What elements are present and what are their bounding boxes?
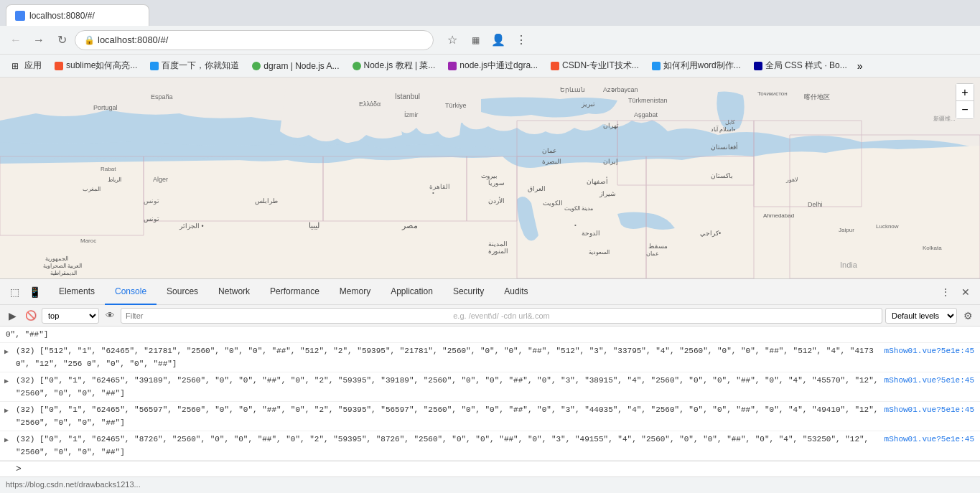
- address-bar[interactable]: 🔒 localhost:8080/#/: [75, 30, 434, 50]
- zoom-out-button[interactable]: −: [956, 101, 974, 118]
- devtools-more-button[interactable]: ⋮: [937, 283, 954, 301]
- svg-text:España: España: [151, 93, 173, 100]
- bookmark-7-favicon: [652, 62, 661, 70]
- tab-sources[interactable]: Sources: [157, 279, 208, 305]
- expand-arrow-icon[interactable]: ▶: [4, 434, 9, 447]
- tab-elements-label: Elements: [59, 286, 95, 296]
- back-button[interactable]: ←: [6, 30, 26, 50]
- bookmark-6[interactable]: CSDN-专业IT技术...: [545, 57, 645, 75]
- tab-memory[interactable]: Memory: [330, 279, 381, 305]
- apps-icon: ⊞: [11, 61, 22, 71]
- svg-text:أفغانستان: أفغانستان: [711, 142, 738, 151]
- zoom-in-button[interactable]: +: [956, 84, 974, 101]
- tab-performance-label: Performance: [270, 286, 319, 296]
- svg-text:الأردن: الأردن: [488, 197, 505, 205]
- svg-text:مصر: مصر: [401, 221, 418, 230]
- tab-security[interactable]: Security: [443, 279, 494, 305]
- bookmark-3-label: dgram | Node.js A...: [263, 61, 339, 71]
- svg-text:تبریز: تبریز: [581, 100, 595, 108]
- svg-text:إيران: إيران: [603, 158, 618, 166]
- log-level-select[interactable]: Default levels: [885, 308, 957, 324]
- tab-sources-label: Sources: [167, 286, 198, 296]
- status-bar: https://blog.csdn.net/drawbacks1213...: [0, 476, 980, 491]
- tab-audits[interactable]: Audits: [494, 279, 538, 305]
- expand-arrow-icon[interactable]: ▶: [4, 405, 9, 418]
- svg-text:•: •: [432, 189, 434, 196]
- bookmarks-bar: ⊞ 应用 sublime如何高亮... 百度一下，你就知道 dgram | No…: [0, 55, 980, 78]
- forward-button[interactable]: →: [29, 30, 49, 50]
- bookmarks-more-button[interactable]: »: [857, 60, 863, 72]
- console-eye-button[interactable]: 👁: [102, 308, 118, 324]
- tab-network[interactable]: Network: [208, 279, 260, 305]
- console-output: 0", "##"] ▶ (32) ["512", "1", "62465", "…: [0, 327, 980, 476]
- active-tab[interactable]: localhost:8080/#/: [6, 4, 149, 26]
- bookmark-5[interactable]: node.js中通过dgra...: [442, 57, 543, 75]
- bookmark-6-label: CSDN-专业IT技术...: [562, 60, 639, 72]
- console-input-field[interactable]: [24, 464, 974, 474]
- svg-text:Rabat: Rabat: [101, 166, 116, 172]
- tab-elements[interactable]: Elements: [49, 279, 105, 305]
- source-link[interactable]: mShow01.vue?5e1e:45: [879, 433, 974, 446]
- bookmark-8[interactable]: 全局 CSS 样式 · Bo...: [748, 57, 853, 75]
- console-execute-button[interactable]: ▶: [4, 308, 20, 324]
- source-link[interactable]: mShow01.vue?5e1e:45: [879, 403, 974, 416]
- bookmark-4[interactable]: Node.js 教程 | 菜...: [347, 57, 442, 75]
- tab-application[interactable]: Application: [381, 279, 443, 305]
- svg-text:المغرب: المغرب: [83, 186, 101, 192]
- bookmark-1-favicon: [55, 62, 63, 70]
- bookmark-star-button[interactable]: ☆: [442, 30, 462, 50]
- svg-text:تهران: تهران: [603, 122, 619, 130]
- svg-text:Delhi: Delhi: [808, 201, 823, 208]
- source-link[interactable]: mShow01.vue?5e1e:45: [879, 344, 974, 357]
- svg-text:Ahmedabad: Ahmedabad: [763, 212, 794, 219]
- devtools-close-button[interactable]: ✕: [957, 283, 974, 301]
- console-line: ▶ (32) ["0", "1", "62465", "39189", "256…: [0, 372, 980, 402]
- bookmark-5-favicon: [448, 62, 457, 70]
- filter-input[interactable]: [121, 308, 882, 324]
- svg-text:أصفهان: أصفهان: [587, 177, 608, 186]
- bookmark-2[interactable]: 百度一下，你就知道: [144, 57, 245, 75]
- console-clear-button[interactable]: 🚫: [23, 308, 39, 324]
- lock-icon: 🔒: [84, 35, 95, 45]
- map-area[interactable]: Alger Rabat الرباط المغرب الجمهورية العر…: [0, 78, 980, 278]
- bookmark-7[interactable]: 如何利用word制作...: [646, 57, 747, 75]
- svg-text:Istanbul: Istanbul: [395, 93, 420, 100]
- console-line: ▶ (32) ["512", "1", "62465", "21781", "2…: [0, 343, 980, 372]
- device-toolbar-button[interactable]: 📱: [26, 283, 43, 301]
- inspect-element-button[interactable]: ⬚: [6, 283, 23, 301]
- devtools-panel: ⬚ 📱 Elements Console Sources Network Per…: [0, 278, 980, 476]
- map-zoom-controls: + −: [956, 83, 974, 119]
- reload-button[interactable]: ↻: [52, 30, 72, 50]
- bookmark-3-favicon: [252, 62, 261, 70]
- svg-text:بيروت: بيروت: [481, 172, 498, 180]
- status-link: https://blog.csdn.net/drawbacks1213...: [6, 480, 141, 489]
- menu-button[interactable]: ⋮: [511, 30, 531, 50]
- tab-performance[interactable]: Performance: [260, 279, 330, 305]
- svg-text:Kolkata: Kolkata: [923, 245, 942, 251]
- bookmark-6-favicon: [551, 62, 559, 70]
- bookmark-1-label: sublime如何高亮...: [66, 60, 137, 72]
- svg-text:Maroc: Maroc: [80, 238, 96, 244]
- svg-text:السعودية: السعودية: [589, 249, 610, 255]
- console-context-select[interactable]: top: [42, 308, 99, 324]
- map-svg: Alger Rabat الرباط المغرب الجمهورية العر…: [0, 78, 980, 278]
- expand-arrow-icon[interactable]: ▶: [4, 375, 9, 388]
- svg-text:Точикистон: Точикистон: [757, 90, 788, 97]
- svg-text:الكويت: الكويت: [543, 199, 563, 207]
- extensions-button[interactable]: ▦: [465, 30, 485, 50]
- devtools-left-icons: ⬚ 📱: [0, 283, 49, 301]
- bookmark-apps-label: 应用: [24, 60, 42, 72]
- account-button[interactable]: 👤: [488, 30, 508, 50]
- svg-text:كراجي•: كراجي•: [700, 230, 721, 238]
- svg-text:البصرة: البصرة: [542, 158, 561, 166]
- source-link[interactable]: mShow01.vue?5e1e:45: [879, 374, 974, 387]
- tab-console[interactable]: Console: [105, 279, 157, 305]
- svg-text:عمان: عمان: [542, 147, 556, 154]
- console-settings-button[interactable]: ⚙: [960, 308, 976, 324]
- bookmark-8-favicon: [754, 62, 762, 70]
- svg-text:India: India: [840, 260, 858, 269]
- expand-arrow-icon[interactable]: ▶: [4, 346, 9, 359]
- bookmark-apps[interactable]: ⊞ 应用: [6, 57, 47, 75]
- bookmark-1[interactable]: sublime如何高亮...: [49, 57, 143, 75]
- bookmark-3[interactable]: dgram | Node.js A...: [246, 57, 345, 75]
